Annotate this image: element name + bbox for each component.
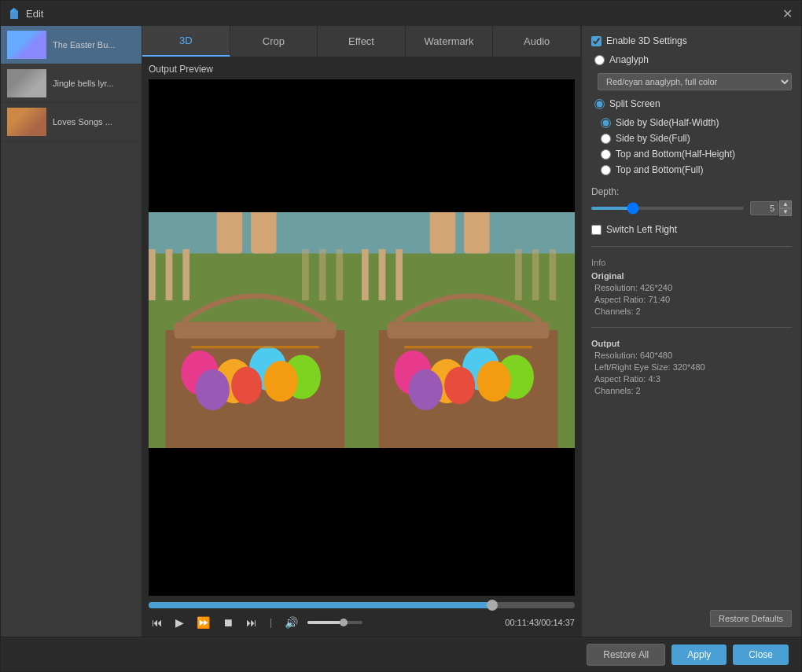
top-bottom-full-row: Top and Bottom(Full) xyxy=(601,164,792,175)
svg-point-32 xyxy=(476,361,510,402)
output-info-section: Output Resolution: 640*480 Left/Right Ey… xyxy=(591,339,792,395)
side-by-side-full-radio[interactable] xyxy=(601,134,611,144)
preview-label: Output Preview xyxy=(149,64,575,75)
split-screen-radio[interactable] xyxy=(594,99,605,109)
anaglyph-dropdown[interactable]: Red/cyan anaglyph, full color xyxy=(598,73,792,90)
skip-back-button[interactable]: ⏮ xyxy=(149,615,166,630)
svg-rect-12 xyxy=(149,249,156,300)
svg-rect-37 xyxy=(532,249,539,300)
skip-forward-button[interactable]: ⏭ xyxy=(243,615,260,630)
enable-3d-checkbox[interactable] xyxy=(591,36,602,46)
side-by-side-full-label[interactable]: Side by Side(Full) xyxy=(616,133,690,144)
volume-slider[interactable] xyxy=(307,621,362,624)
original-title: Original xyxy=(591,271,792,281)
side-by-side-half-radio[interactable] xyxy=(601,118,611,128)
tab-watermark[interactable]: Watermark xyxy=(406,26,494,57)
tab-audio[interactable]: Audio xyxy=(493,26,581,57)
fast-forward-button[interactable]: ⏩ xyxy=(193,615,213,630)
svg-point-31 xyxy=(444,366,475,404)
top-bottom-full-label[interactable]: Top and Bottom(Full) xyxy=(616,164,703,175)
sidebar-label-2: Jingle bells lyr... xyxy=(53,79,114,88)
svg-rect-34 xyxy=(379,249,386,300)
center-panel: 3D Crop Effect Watermark Audio Output Pr… xyxy=(142,26,581,637)
svg-rect-16 xyxy=(319,249,326,300)
sidebar-item-3[interactable]: Loves Songs ... xyxy=(1,103,142,141)
divider-2 xyxy=(591,327,792,328)
top-bottom-half-row: Top and Bottom(Half-Height) xyxy=(601,149,792,160)
main-content: The Easter Bu... Jingle bells lyr... Lov… xyxy=(1,26,801,637)
svg-rect-38 xyxy=(549,249,556,300)
original-aspect: Aspect Ratio: 71:40 xyxy=(594,295,792,304)
progress-bar[interactable] xyxy=(149,602,575,608)
volume-icon[interactable]: 🔊 xyxy=(281,615,301,630)
depth-row: 5 ▲ ▼ xyxy=(591,200,792,216)
sidebar: The Easter Bu... Jingle bells lyr... Lov… xyxy=(1,26,142,637)
tabs-bar: 3D Crop Effect Watermark Audio xyxy=(142,26,581,57)
anaglyph-radio[interactable] xyxy=(594,55,605,65)
split-screen-label[interactable]: Split Screen xyxy=(609,98,660,109)
anaglyph-row: Anaglyph xyxy=(594,54,792,65)
video-container xyxy=(149,79,575,596)
black-bar-bottom xyxy=(149,448,575,511)
info-section: Info Original Resolution: 426*240 Aspect… xyxy=(591,258,792,316)
top-bottom-full-radio[interactable] xyxy=(601,165,611,175)
side-by-side-full-row: Side by Side(Full) xyxy=(601,133,792,144)
window-title: Edit xyxy=(26,8,774,20)
split-video xyxy=(149,212,575,448)
svg-rect-14 xyxy=(182,249,189,300)
restore-all-button[interactable]: Restore All xyxy=(587,644,665,666)
video-left xyxy=(149,212,362,448)
sidebar-item-2[interactable]: Jingle bells lyr... xyxy=(1,64,142,103)
depth-stepper: ▲ ▼ xyxy=(779,200,792,216)
close-button[interactable]: Close xyxy=(733,644,789,665)
edit-window: Edit ✕ The Easter Bu... Jingle bells lyr… xyxy=(0,0,802,672)
output-aspect: Aspect Ratio: 4:3 xyxy=(594,374,792,384)
svg-rect-36 xyxy=(515,249,522,300)
time-display: 00:11:43/00:14:37 xyxy=(505,618,575,627)
play-button[interactable]: ▶ xyxy=(172,615,187,630)
close-window-button[interactable]: ✕ xyxy=(779,6,795,21)
depth-label: Depth: xyxy=(591,186,619,197)
app-icon xyxy=(7,6,21,20)
sidebar-thumb-1 xyxy=(7,31,46,59)
svg-point-11 xyxy=(263,361,297,402)
video-area: Output Preview xyxy=(142,57,581,637)
depth-input[interactable]: 5 xyxy=(750,201,778,215)
svg-rect-25 xyxy=(388,321,550,339)
tab-effect[interactable]: Effect xyxy=(318,26,406,57)
volume-handle[interactable] xyxy=(340,619,348,626)
top-bottom-half-label[interactable]: Top and Bottom(Half-Height) xyxy=(616,149,735,160)
top-bottom-half-radio[interactable] xyxy=(601,149,611,160)
svg-rect-40 xyxy=(464,212,490,253)
split-screen-options: Side by Side(Half-Width) Side by Side(Fu… xyxy=(598,117,792,175)
svg-rect-39 xyxy=(430,212,456,253)
tab-3d[interactable]: 3D xyxy=(142,26,230,57)
anaglyph-label[interactable]: Anaglyph xyxy=(609,54,649,65)
progress-handle[interactable] xyxy=(487,600,498,611)
svg-rect-33 xyxy=(362,249,369,300)
depth-stepper-up[interactable]: ▲ xyxy=(779,200,792,208)
tab-crop[interactable]: Crop xyxy=(230,26,318,57)
svg-point-9 xyxy=(196,369,230,409)
depth-stepper-down[interactable]: ▼ xyxy=(779,208,792,216)
output-title: Output xyxy=(591,339,792,348)
switch-left-right-label[interactable]: Switch Left Right xyxy=(606,224,677,235)
side-by-side-half-row: Side by Side(Half-Width) xyxy=(601,117,792,128)
restore-defaults-button[interactable]: Restore Defaults xyxy=(710,610,792,627)
enable-3d-label[interactable]: Enable 3D Settings xyxy=(606,35,687,46)
svg-rect-15 xyxy=(302,249,309,300)
original-resolution: Resolution: 426*240 xyxy=(594,283,792,292)
switch-left-right-checkbox[interactable] xyxy=(591,225,602,235)
progress-fill xyxy=(149,602,490,608)
playback-controls: ⏮ ▶ ⏩ ⏹ ⏭ | 🔊 00:11:43/00:14:37 xyxy=(149,615,575,630)
stop-button[interactable]: ⏹ xyxy=(219,615,237,630)
switch-left-right-row: Switch Left Right xyxy=(591,224,792,235)
original-channels: Channels: 2 xyxy=(594,307,792,316)
apply-button[interactable]: Apply xyxy=(671,644,727,665)
split-screen-row: Split Screen xyxy=(594,98,792,109)
side-by-side-half-label[interactable]: Side by Side(Half-Width) xyxy=(616,117,719,128)
depth-slider[interactable] xyxy=(591,207,744,210)
sidebar-thumb-3 xyxy=(7,108,46,136)
sidebar-item-1[interactable]: The Easter Bu... xyxy=(1,26,142,64)
sidebar-label-1: The Easter Bu... xyxy=(53,40,115,50)
